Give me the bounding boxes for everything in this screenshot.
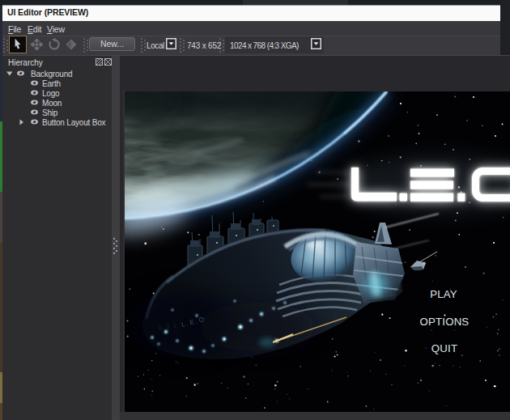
svg-text:Background: Background — [31, 70, 72, 78]
svg-text:Button Layout Box: Button Layout Box — [42, 118, 106, 127]
svg-text:OPTIONS: OPTIONS — [420, 316, 470, 328]
svg-text:PLAY: PLAY — [430, 288, 457, 300]
svg-text:QUIT: QUIT — [431, 342, 457, 354]
svg-text:Earth: Earth — [42, 79, 61, 88]
svg-text:Moon: Moon — [42, 99, 62, 108]
svg-text:Ship: Ship — [42, 108, 58, 117]
svg-text:Logo: Logo — [42, 89, 60, 98]
